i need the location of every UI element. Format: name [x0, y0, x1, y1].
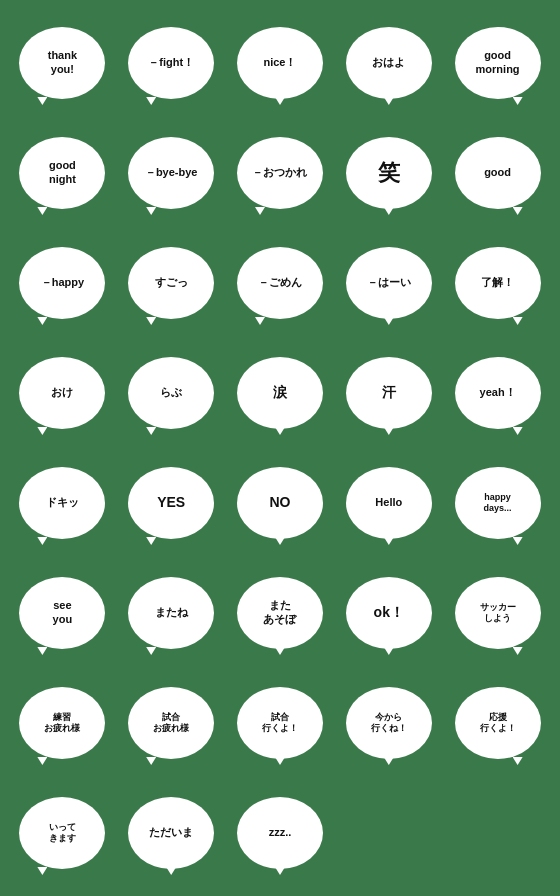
sticker-cell[interactable]: YES — [117, 448, 226, 558]
bubble-text: いってきます — [49, 822, 76, 845]
bubble-text: seeyou — [53, 599, 73, 627]
sticker-cell[interactable]: good — [443, 118, 552, 228]
sticker-grid: thankyou!－fight！nice！おはよgoodmorninggoodn… — [0, 0, 560, 896]
sticker-cell[interactable]: ドキッ — [8, 448, 117, 558]
bubble-text: 応援行くよ！ — [480, 712, 516, 735]
sticker-cell[interactable] — [334, 778, 443, 888]
sticker-cell[interactable]: －happy — [8, 228, 117, 338]
sticker-cell[interactable]: 試合お疲れ様 — [117, 668, 226, 778]
bubble-text: 汗 — [382, 384, 396, 402]
bubble-text: またあそぼ — [263, 599, 296, 627]
bubble-text: おけ — [51, 386, 73, 400]
sticker-cell[interactable]: －はーい — [334, 228, 443, 338]
sticker-cell[interactable]: ok！ — [334, 558, 443, 668]
sticker-cell[interactable]: 今から行くね！ — [334, 668, 443, 778]
bubble-text: goodmorning — [476, 49, 520, 77]
bubble-text: －おつかれ — [252, 166, 307, 180]
bubble-text: NO — [269, 494, 290, 512]
bubble-text: ドキッ — [46, 496, 79, 510]
sticker-cell[interactable] — [443, 778, 552, 888]
sticker-cell[interactable]: zzz.. — [226, 778, 335, 888]
sticker-cell[interactable]: happydays... — [443, 448, 552, 558]
sticker-cell[interactable]: Hello — [334, 448, 443, 558]
sticker-cell[interactable]: サッカーしよう — [443, 558, 552, 668]
sticker-cell[interactable]: 汗 — [334, 338, 443, 448]
bubble-text: またね — [155, 606, 188, 620]
sticker-cell[interactable]: らぶ — [117, 338, 226, 448]
sticker-cell[interactable]: いってきます — [8, 778, 117, 888]
bubble-text: －happy — [41, 276, 84, 290]
bubble-text: サッカーしよう — [480, 602, 516, 625]
sticker-cell[interactable]: 了解！ — [443, 228, 552, 338]
sticker-cell[interactable]: 試合行くよ！ — [226, 668, 335, 778]
bubble-text: 練習お疲れ様 — [44, 712, 80, 735]
sticker-cell[interactable]: おけ — [8, 338, 117, 448]
bubble-text: 試合お疲れ様 — [153, 712, 189, 735]
sticker-cell[interactable]: seeyou — [8, 558, 117, 668]
bubble-text: 涙 — [273, 384, 287, 402]
sticker-cell[interactable]: 笑 — [334, 118, 443, 228]
bubble-text: 了解！ — [481, 276, 514, 290]
sticker-cell[interactable]: またあそぼ — [226, 558, 335, 668]
sticker-cell[interactable]: NO — [226, 448, 335, 558]
bubble-text: zzz.. — [269, 826, 292, 840]
sticker-cell[interactable]: yeah！ — [443, 338, 552, 448]
bubble-text: goodnight — [49, 159, 76, 187]
bubble-text: 今から行くね！ — [371, 712, 407, 735]
sticker-cell[interactable]: すごっ — [117, 228, 226, 338]
bubble-text: －bye-bye — [145, 166, 198, 180]
bubble-text: すごっ — [155, 276, 188, 290]
bubble-text: 笑 — [378, 159, 400, 187]
bubble-text: thankyou! — [48, 49, 77, 77]
sticker-cell[interactable]: －ごめん — [226, 228, 335, 338]
bubble-text: －fight！ — [148, 56, 194, 70]
sticker-cell[interactable]: －おつかれ — [226, 118, 335, 228]
bubble-text: ただいま — [149, 826, 193, 840]
sticker-cell[interactable]: thankyou! — [8, 8, 117, 118]
sticker-cell[interactable]: goodnight — [8, 118, 117, 228]
bubble-text: YES — [157, 494, 185, 512]
bubble-text: らぶ — [160, 386, 182, 400]
bubble-text: nice！ — [263, 56, 296, 70]
bubble-text: Hello — [375, 496, 402, 510]
sticker-cell[interactable]: またね — [117, 558, 226, 668]
bubble-text: 試合行くよ！ — [262, 712, 298, 735]
bubble-text: おはよ — [372, 56, 405, 70]
sticker-cell[interactable]: おはよ — [334, 8, 443, 118]
sticker-cell[interactable]: goodmorning — [443, 8, 552, 118]
bubble-text: yeah！ — [480, 386, 516, 400]
bubble-text: happydays... — [484, 492, 512, 515]
sticker-cell[interactable]: －bye-bye — [117, 118, 226, 228]
bubble-text: －はーい — [367, 276, 411, 290]
bubble-text: good — [484, 166, 511, 180]
sticker-cell[interactable]: nice！ — [226, 8, 335, 118]
bubble-text: －ごめん — [258, 276, 302, 290]
sticker-cell[interactable]: ただいま — [117, 778, 226, 888]
sticker-cell[interactable]: 涙 — [226, 338, 335, 448]
sticker-cell[interactable]: 練習お疲れ様 — [8, 668, 117, 778]
sticker-cell[interactable]: 応援行くよ！ — [443, 668, 552, 778]
sticker-cell[interactable]: －fight！ — [117, 8, 226, 118]
bubble-text: ok！ — [374, 604, 404, 622]
